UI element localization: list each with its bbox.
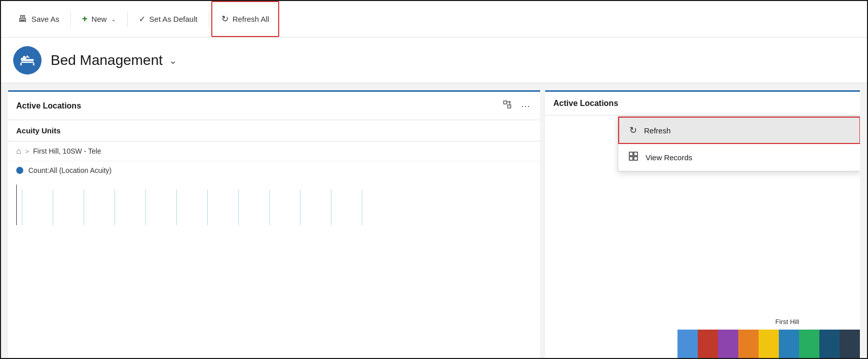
location-row: ⌂ > First Hill, 10SW - Tele bbox=[8, 141, 540, 161]
app-icon bbox=[13, 46, 42, 75]
first-hill-label: First Hill bbox=[775, 318, 799, 326]
right-panel-header: Active Locations bbox=[545, 92, 860, 116]
chevron-down-icon: ⌄ bbox=[111, 16, 116, 23]
home-icon: ⌂ bbox=[16, 147, 21, 156]
chart-line bbox=[362, 190, 362, 225]
refresh-all-label: Refresh All bbox=[233, 15, 270, 23]
section-header: Acuity Units bbox=[8, 120, 540, 141]
color-bar-2 bbox=[698, 330, 718, 359]
chart-line bbox=[300, 190, 300, 225]
chart-line bbox=[207, 190, 208, 225]
color-bar-6 bbox=[779, 330, 799, 359]
refresh-all-icon: ↻ bbox=[221, 14, 229, 24]
save-as-icon: 🖶 bbox=[18, 14, 27, 24]
svg-rect-13 bbox=[634, 157, 637, 160]
more-options-icon[interactable]: ⋯ bbox=[519, 99, 532, 113]
view-records-label: View Records bbox=[646, 153, 692, 162]
left-panel-header: Active Locations ⋯ bbox=[8, 92, 540, 120]
toolbar: 🖶 Save As + New ⌄ ✓ Set As Default ↻ Ref… bbox=[1, 1, 867, 38]
new-button[interactable]: + New ⌄ bbox=[73, 1, 125, 37]
color-bar-1 bbox=[677, 330, 698, 359]
svg-rect-12 bbox=[629, 157, 633, 160]
dropdown-menu: ↻ Refresh View Records bbox=[618, 116, 860, 171]
left-panel-actions: ⋯ bbox=[501, 99, 532, 113]
chart-line bbox=[22, 190, 22, 225]
section-title: Acuity Units bbox=[16, 126, 61, 135]
chart-line bbox=[176, 190, 177, 225]
color-bar-4 bbox=[738, 330, 759, 359]
location-text: First Hill, 10SW - Tele bbox=[33, 147, 101, 155]
divider-2 bbox=[127, 12, 128, 27]
color-bars bbox=[677, 330, 860, 359]
app-title-text: Bed Management bbox=[51, 52, 163, 68]
app-title-area[interactable]: Bed Management ⌄ bbox=[51, 52, 177, 68]
set-as-default-label: Set As Default bbox=[149, 15, 198, 23]
app-title-chevron-icon: ⌄ bbox=[169, 54, 177, 66]
left-panel-title: Active Locations bbox=[16, 101, 81, 111]
svg-point-3 bbox=[23, 56, 25, 58]
save-as-button[interactable]: 🖶 Save As bbox=[9, 1, 68, 37]
new-label: New bbox=[92, 15, 107, 23]
chart-lines bbox=[16, 185, 532, 225]
main-content: Active Locations ⋯ Acuity Units ⌂ > Firs bbox=[1, 83, 867, 359]
svg-rect-11 bbox=[634, 152, 637, 156]
color-bar-7 bbox=[799, 330, 819, 359]
view-records-menu-item[interactable]: View Records bbox=[618, 144, 860, 171]
count-dot bbox=[16, 167, 23, 174]
divider-3 bbox=[209, 12, 209, 27]
divider-1 bbox=[70, 12, 71, 27]
chart-line bbox=[53, 190, 53, 225]
chart-area bbox=[8, 180, 540, 230]
refresh-menu-icon: ↻ bbox=[629, 125, 637, 136]
bed-management-svg-icon bbox=[20, 53, 35, 68]
color-bar-8 bbox=[819, 330, 840, 359]
color-bar-3 bbox=[718, 330, 738, 359]
chart-line bbox=[331, 190, 331, 225]
checkmark-icon: ✓ bbox=[139, 14, 145, 24]
app-header: Bed Management ⌄ bbox=[1, 38, 867, 83]
chart-line bbox=[145, 190, 146, 225]
right-panel-title: Active Locations bbox=[553, 99, 618, 108]
expand-icon[interactable] bbox=[501, 99, 514, 113]
svg-rect-6 bbox=[504, 101, 507, 104]
left-panel: Active Locations ⋯ Acuity Units ⌂ > Firs bbox=[8, 90, 540, 359]
count-label: Count:All (Location Acuity) bbox=[28, 166, 111, 174]
breadcrumb-arrow-icon: > bbox=[25, 148, 29, 155]
svg-rect-1 bbox=[21, 61, 34, 63]
color-bar-9 bbox=[840, 330, 860, 359]
chart-line bbox=[238, 190, 239, 225]
refresh-menu-item[interactable]: ↻ Refresh bbox=[618, 117, 860, 144]
svg-rect-7 bbox=[508, 105, 511, 108]
set-as-default-button[interactable]: ✓ Set As Default bbox=[130, 1, 207, 37]
save-as-label: Save As bbox=[31, 15, 59, 23]
count-row: Count:All (Location Acuity) bbox=[8, 161, 540, 180]
right-panel: Active Locations ↻ Refresh View Records bbox=[545, 90, 860, 359]
view-records-icon bbox=[628, 151, 638, 164]
refresh-all-button[interactable]: ↻ Refresh All bbox=[211, 1, 280, 37]
plus-icon: + bbox=[82, 14, 88, 24]
color-bar-5 bbox=[759, 330, 779, 359]
refresh-menu-label: Refresh bbox=[644, 126, 671, 135]
chart-line bbox=[84, 190, 84, 225]
chart-line bbox=[269, 190, 270, 225]
chart-line bbox=[115, 190, 115, 225]
svg-rect-10 bbox=[629, 152, 633, 156]
